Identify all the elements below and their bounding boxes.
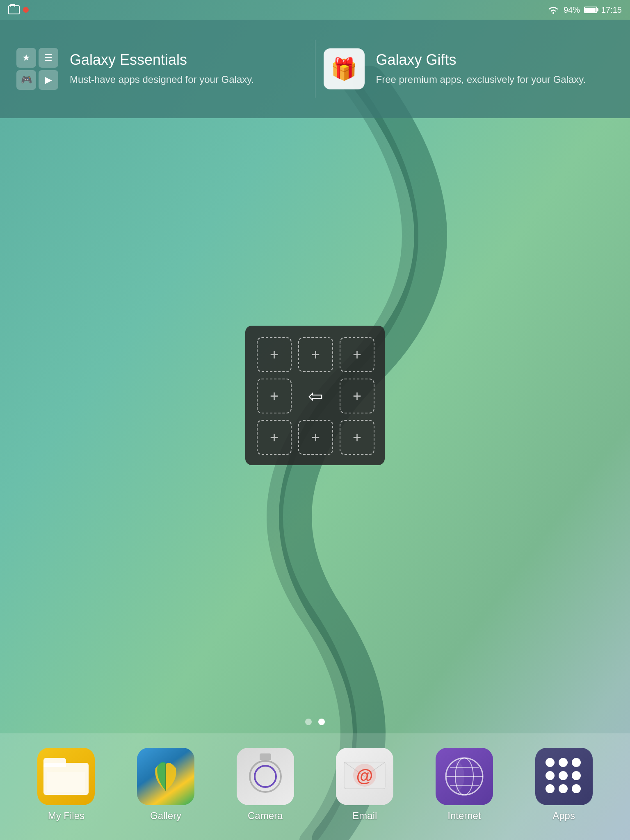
banner-divider bbox=[315, 40, 315, 98]
gamepad-icon: 🎮 bbox=[16, 70, 36, 90]
essentials-description: Must-have apps designed for your Galaxy. bbox=[70, 73, 254, 87]
gallery-label: Gallery bbox=[150, 810, 181, 822]
add-widget-btn-6[interactable]: + bbox=[257, 420, 292, 455]
camera-label: Camera bbox=[248, 810, 283, 822]
widget-cell-2[interactable]: + bbox=[340, 337, 374, 372]
dock-app-email[interactable]: @ Email bbox=[336, 748, 393, 822]
email-icon: @ bbox=[336, 748, 393, 805]
widget-cell-3[interactable]: + bbox=[257, 379, 292, 413]
dock-app-internet[interactable]: Internet bbox=[436, 748, 493, 822]
camera-icon bbox=[237, 748, 294, 805]
apps-label: Apps bbox=[552, 810, 575, 822]
add-widget-btn-5[interactable]: + bbox=[340, 379, 374, 413]
status-bar-right: 94% 17:15 bbox=[547, 5, 622, 15]
widget-cell-1[interactable]: + bbox=[298, 337, 333, 372]
add-widget-btn-3[interactable]: + bbox=[257, 379, 292, 413]
essentials-text: Galaxy Essentials Must-have apps designe… bbox=[70, 51, 254, 87]
myfiles-icon bbox=[37, 748, 95, 805]
battery-icon bbox=[584, 7, 597, 13]
widget-cell-5[interactable]: + bbox=[340, 379, 374, 413]
add-widget-btn-2[interactable]: + bbox=[340, 337, 374, 372]
page-indicators bbox=[305, 719, 325, 725]
clock: 17:15 bbox=[601, 5, 622, 15]
galaxy-essentials-section[interactable]: ★ ☰ 🎮 ▶ Galaxy Essentials Must-have apps… bbox=[16, 48, 307, 90]
widget-cell-6[interactable]: + bbox=[257, 420, 292, 455]
add-widget-btn-7[interactable]: + bbox=[298, 420, 333, 455]
add-widget-btn-0[interactable]: + bbox=[257, 337, 292, 372]
widget-cell-8[interactable]: + bbox=[340, 420, 374, 455]
list-icon: ☰ bbox=[39, 48, 58, 68]
galaxy-gifts-section[interactable]: 🎁 Galaxy Gifts Free premium apps, exclus… bbox=[324, 48, 614, 89]
widget-overlay: + + + + ⇦ + + + + bbox=[245, 326, 385, 465]
widget-cell-4[interactable]: ⇦ bbox=[298, 379, 333, 413]
wifi-icon bbox=[547, 5, 559, 14]
galaxy-banner: ★ ☰ 🎮 ▶ Galaxy Essentials Must-have apps… bbox=[0, 20, 630, 118]
add-widget-btn-1[interactable]: + bbox=[298, 337, 333, 372]
page-dot-1[interactable] bbox=[318, 719, 325, 725]
essentials-icon-grid: ★ ☰ 🎮 ▶ bbox=[16, 48, 58, 90]
page-dot-0[interactable] bbox=[305, 719, 312, 725]
apps-icon bbox=[535, 748, 593, 805]
gift-icon: 🎁 bbox=[324, 48, 365, 89]
status-bar: 94% 17:15 bbox=[0, 0, 630, 20]
screenshot-icon bbox=[8, 5, 20, 14]
svg-text:@: @ bbox=[356, 766, 373, 785]
notification-dot bbox=[23, 7, 29, 13]
dock-app-camera[interactable]: Camera bbox=[237, 748, 294, 822]
dock-app-gallery[interactable]: Gallery bbox=[137, 748, 194, 822]
myfiles-label: My Files bbox=[48, 810, 84, 822]
email-label: Email bbox=[352, 810, 377, 822]
gifts-text: Galaxy Gifts Free premium apps, exclusiv… bbox=[376, 51, 586, 87]
gifts-title: Galaxy Gifts bbox=[376, 51, 586, 68]
star-icon: ★ bbox=[16, 48, 36, 68]
add-widget-btn-8[interactable]: + bbox=[340, 420, 374, 455]
internet-label: Internet bbox=[447, 810, 481, 822]
back-button[interactable]: ⇦ bbox=[298, 379, 333, 413]
play-icon: ▶ bbox=[39, 70, 58, 90]
status-bar-left bbox=[8, 5, 29, 14]
dock: My Files Gallery Camera @ bbox=[0, 733, 630, 840]
internet-icon bbox=[436, 748, 493, 805]
gallery-icon bbox=[137, 748, 194, 805]
svg-point-1 bbox=[552, 12, 554, 14]
dock-app-myfiles[interactable]: My Files bbox=[37, 748, 95, 822]
widget-cell-7[interactable]: + bbox=[298, 420, 333, 455]
essentials-title: Galaxy Essentials bbox=[70, 51, 254, 68]
gifts-description: Free premium apps, exclusively for your … bbox=[376, 73, 586, 87]
battery-percent: 94% bbox=[564, 5, 580, 15]
widget-cell-0[interactable]: + bbox=[257, 337, 292, 372]
dock-app-apps[interactable]: Apps bbox=[535, 748, 593, 822]
